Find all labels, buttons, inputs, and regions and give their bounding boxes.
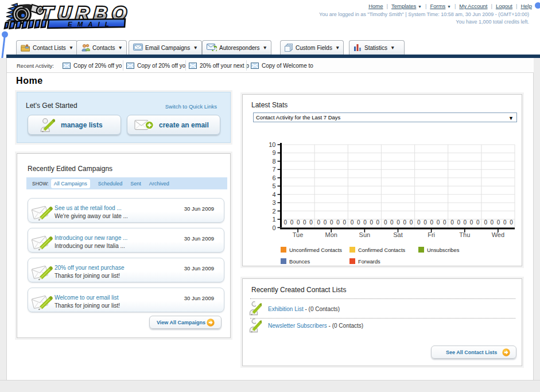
svg-text:0: 0 [491, 219, 494, 226]
svg-text:0: 0 [484, 219, 487, 226]
svg-text:Wed: Wed [492, 231, 504, 238]
svg-text:Unsubscribes: Unsubscribes [427, 247, 460, 253]
svg-text:Forwards: Forwards [358, 259, 380, 265]
svg-text:0: 0 [330, 219, 333, 226]
svg-text:0: 0 [272, 224, 275, 231]
svg-text:0: 0 [397, 219, 400, 226]
svg-text:6: 6 [272, 174, 275, 181]
svg-text:0: 0 [470, 219, 473, 226]
svg-text:Thu: Thu [459, 231, 470, 238]
svg-text:2: 2 [272, 208, 275, 215]
svg-text:0: 0 [390, 219, 394, 226]
svg-text:Unconfirmed Contacts: Unconfirmed Contacts [289, 247, 342, 253]
svg-text:Bounces: Bounces [289, 259, 310, 265]
svg-text:0: 0 [370, 219, 373, 226]
svg-text:5: 5 [272, 183, 275, 189]
svg-text:0: 0 [303, 219, 306, 226]
svg-text:0: 0 [497, 219, 500, 226]
svg-text:4: 4 [272, 191, 275, 198]
svg-text:1: 1 [272, 216, 275, 223]
svg-text:0: 0 [450, 219, 454, 226]
svg-text:0: 0 [290, 219, 294, 226]
svg-text:0: 0 [384, 219, 387, 226]
svg-text:3: 3 [272, 199, 275, 206]
svg-text:0: 0 [424, 219, 427, 226]
svg-text:0: 0 [376, 219, 380, 226]
svg-text:0: 0 [351, 219, 354, 226]
svg-text:9: 9 [272, 149, 275, 156]
svg-text:0: 0 [324, 219, 327, 226]
svg-text:0: 0 [417, 219, 421, 226]
svg-text:0: 0 [437, 219, 440, 226]
svg-text:0: 0 [343, 219, 346, 226]
svg-text:0: 0 [464, 219, 467, 226]
svg-text:0: 0 [443, 219, 446, 226]
svg-text:Mon: Mon [325, 231, 337, 238]
svg-text:0: 0 [284, 219, 288, 226]
svg-text:0: 0 [336, 219, 340, 226]
svg-text:8: 8 [272, 158, 275, 165]
svg-text:Confirmed Contacts: Confirmed Contacts [358, 247, 406, 253]
svg-text:0: 0 [476, 219, 480, 226]
svg-text:0: 0 [403, 219, 407, 226]
svg-text:0: 0 [317, 219, 321, 226]
svg-text:0: 0 [363, 219, 367, 226]
svg-text:0: 0 [457, 219, 460, 226]
svg-text:Tue: Tue [293, 231, 304, 238]
svg-text:0: 0 [309, 219, 313, 226]
svg-text:0: 0 [510, 219, 513, 226]
svg-text:Sun: Sun [359, 231, 371, 238]
svg-text:0: 0 [357, 219, 360, 226]
svg-text:0: 0 [297, 219, 300, 226]
svg-text:7: 7 [272, 166, 275, 173]
svg-text:10: 10 [269, 141, 275, 148]
svg-text:Fri: Fri [428, 231, 435, 238]
svg-text:0: 0 [503, 219, 507, 226]
svg-text:0: 0 [430, 219, 434, 226]
svg-text:0: 0 [410, 219, 413, 226]
svg-text:EMAIL: EMAIL [68, 21, 114, 28]
svg-text:Sat: Sat [393, 231, 403, 238]
